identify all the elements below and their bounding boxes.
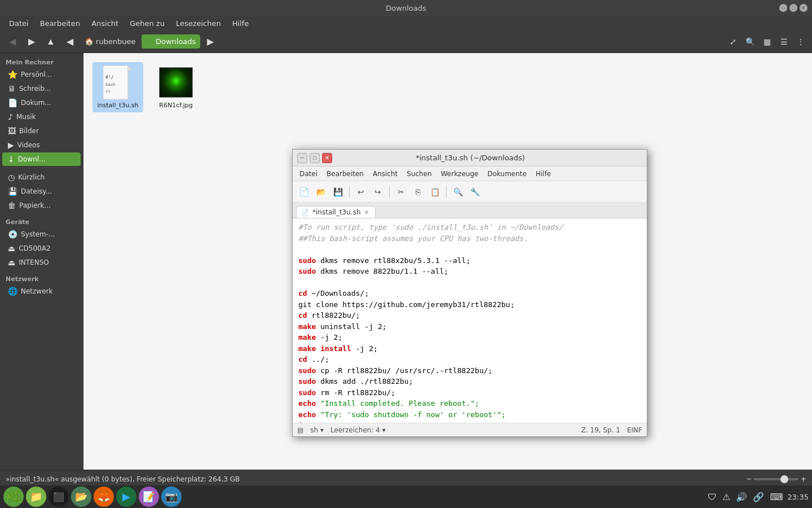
editor-statusbar: ▤ sh ▾ Leerzeichen: 4 ▾ Z. 19, Sp. 1 EIN… [293,423,647,436]
tab-close-button[interactable]: ✕ [364,209,369,216]
editor-menu-dokumente[interactable]: Dokumente [484,169,530,179]
maximize-button[interactable]: □ [789,4,797,12]
sidebar-item-kuerzlich[interactable]: ◷ Kürzlich [2,170,81,184]
toolbar-sep2 [389,186,390,198]
media-icon: ▶ [122,491,130,503]
sidebar-item-intenso[interactable]: ⏏ INTENSO [2,256,81,269]
more-options-button[interactable]: ⋮ [793,34,809,50]
editor-menu-werkzeuge[interactable]: Werkzeuge [438,169,482,179]
nautilus-app-button[interactable]: 📂 [71,487,91,507]
list-view-button[interactable]: ☰ [776,34,792,50]
sidebar-toggle-icon[interactable]: ▤ [297,426,303,434]
menu-hilfe[interactable]: Hilfe [228,18,254,29]
breadcrumb-rubenbuee[interactable]: 🏠 rubenbuee [80,36,140,47]
editor-close-button[interactable]: ✕ [322,153,332,163]
save-button[interactable]: 💾 [330,184,346,200]
code-line: make uninstall -j 2; [298,321,641,332]
forward-button[interactable]: ▶ [23,33,41,51]
undo-button[interactable]: ↩ [353,184,369,200]
sidebar-item-videos[interactable]: ▶ Videos [2,138,81,152]
menu-gehen-zu[interactable]: Gehen zu [125,18,169,29]
sidebar-item-dateisystem[interactable]: 💾 Dateisy... [2,185,81,198]
editor-menu-bearbeiten[interactable]: Bearbeiten [323,169,367,179]
editor-maximize-button[interactable]: □ [310,153,320,163]
window-controls[interactable]: ─ □ ✕ [779,4,807,12]
code-line [298,244,641,255]
shield-icon[interactable]: 🛡 [707,491,718,503]
paste-button[interactable]: 📋 [427,184,443,200]
sidebar-item-schreibtisch[interactable]: 🖥 Schreib... [2,82,81,95]
close-window-button[interactable]: ✕ [800,4,807,12]
new-button[interactable]: 📄 [296,184,312,200]
editor-menu-datei[interactable]: Datei [296,169,321,179]
minimize-button[interactable]: ─ [779,4,787,12]
status-right: ─ + [747,475,806,483]
terminal-app-button[interactable]: ⬛ [48,487,69,507]
text-editor-app-button[interactable]: 📝 [139,487,159,507]
toggle-path-button[interactable]: ⤢ [725,34,741,50]
editor-menu-ansicht[interactable]: Ansicht [369,169,401,179]
menu-lesezeichen[interactable]: Lesezeichen [171,18,226,29]
zoom-in-icon[interactable]: + [801,475,806,483]
sidebar-item-downloads[interactable]: ↓ Downl... [2,152,81,166]
breadcrumb-downloads[interactable]: ↓ Downloads [142,34,201,49]
papierkorb-icon: 🗑 [8,201,16,210]
section-geraete: Geräte [0,216,83,227]
sidebar-item-musik[interactable]: ♪ Musik [2,110,81,124]
lang-indicator[interactable]: sh ▾ [310,426,324,434]
sidebar-item-persoenlich[interactable]: ⭐ Persönl... [2,68,81,81]
file-item-install-t3u[interactable]: #!/ bash sh install_t3u.sh [92,62,143,112]
zoom-slider-thumb[interactable] [780,475,788,483]
network-connections-icon[interactable]: 🔗 [752,491,765,503]
breadcrumb-right-arrow[interactable]: ▶ [201,33,219,51]
copy-button[interactable]: ⎘ [410,184,426,200]
code-line: git clone https://github.com/jeremyb31/r… [298,299,641,310]
zoom-slider-container[interactable]: ─ + [747,475,806,483]
editor-minimize-button[interactable]: ─ [297,153,307,163]
files-app-button[interactable]: 📁 [26,487,46,507]
sound-icon[interactable]: 🔊 [735,491,748,503]
keyboard-icon[interactable]: ⌨ [769,491,784,503]
editor-menu-hilfe[interactable]: Hilfe [532,169,554,179]
open-button[interactable]: 📂 [313,184,329,200]
find-button[interactable]: 🔍 [450,184,466,200]
file-label-install: install_t3u.sh [98,102,139,109]
cut-button[interactable]: ✂ [393,184,409,200]
sidebar-item-netzwerk[interactable]: 🌐 Netzwerk [2,284,81,298]
sidebar-item-dokumente[interactable]: 📄 Dokum... [2,96,81,110]
file-item-r6n1cf[interactable]: R6N1cf.jpg [151,62,201,112]
code-line [298,277,641,288]
sidebar-item-cd500a2[interactable]: ⏏ CD500A2 [2,242,81,255]
spaces-indicator[interactable]: Leerzeichen: 4 ▾ [330,426,386,434]
sidebar-item-bilder[interactable]: 🖼 Bilder [2,124,81,138]
media-app-button[interactable]: ▶ [116,487,136,507]
svg-text:sh: sh [105,89,110,94]
icon-view-button[interactable]: ▦ [759,34,775,50]
up-button[interactable]: ▲ [42,33,60,51]
back-button[interactable]: ◀ [3,33,21,51]
editor-menu-bar: Datei Bearbeiten Ansicht Suchen Werkzeug… [293,167,647,181]
zoom-out-icon[interactable]: ─ [747,475,751,483]
camera-app-button[interactable]: 📷 [161,487,182,507]
zoom-slider[interactable] [753,478,798,480]
editor-window: ─ □ ✕ *install_t3u.sh (~/Downloads) Date… [292,149,647,437]
warning-icon[interactable]: ⚠ [721,491,731,503]
mint-app-button[interactable]: 🌿 [3,487,24,507]
schreibtisch-icon: 🖥 [8,84,16,93]
menu-datei[interactable]: Datei [5,18,33,29]
tools-button[interactable]: 🔧 [467,184,483,200]
firefox-app-button[interactable]: 🦊 [94,487,114,507]
breadcrumb-left-arrow[interactable]: ◀ [61,33,79,51]
downloads-sidebar-icon: ↓ [8,155,15,164]
menu-bearbeiten[interactable]: Bearbeiten [36,18,85,29]
file-area[interactable]: #!/ bash sh install_t3u.sh R6N1cf.jpg ─ … [83,53,812,470]
editor-tab-install[interactable]: 📄 *install_t3u.sh ✕ [296,206,376,218]
editor-window-controls[interactable]: ─ □ ✕ [297,153,332,163]
redo-button[interactable]: ↪ [370,184,386,200]
editor-content[interactable]: #To run script, type 'sudo ./install_t3u… [293,218,647,423]
search-button[interactable]: 🔍 [742,34,758,50]
sidebar-item-system[interactable]: 💿 System-... [2,227,81,241]
menu-ansicht[interactable]: Ansicht [87,18,123,29]
editor-menu-suchen[interactable]: Suchen [403,169,435,179]
sidebar-item-papierkorb[interactable]: 🗑 Papierk... [2,199,81,212]
